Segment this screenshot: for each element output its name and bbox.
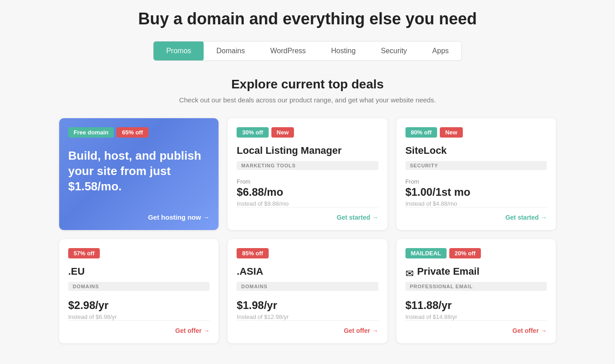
email-price: $11.88/yr xyxy=(405,299,547,312)
eu-domain-cta[interactable]: Get offer → xyxy=(175,327,210,334)
card-hero: Free domain 65% off Build, host, and pub… xyxy=(59,118,219,230)
sitelock-name: SiteLock xyxy=(405,145,547,157)
badge-65-off: 65% off xyxy=(116,127,148,138)
tab-hosting[interactable]: Hosting xyxy=(318,41,368,60)
badge-new-local: New xyxy=(271,127,294,138)
email-instead: Instead of $14.88/yr xyxy=(405,313,547,320)
tab-apps[interactable]: Apps xyxy=(419,41,461,60)
hero-title: Build, host, and publish your site from … xyxy=(68,148,210,194)
tab-security[interactable]: Security xyxy=(368,41,420,60)
local-listing-instead: Instead of $9.88/mo xyxy=(237,200,378,207)
asia-domain-cta[interactable]: Get offer → xyxy=(344,327,378,334)
card-sitelock: 80% off New SiteLock SECURITY From $1.00… xyxy=(396,118,556,230)
eu-domain-name: .EU xyxy=(68,266,210,277)
badge-30-off: 30% off xyxy=(237,127,268,138)
card-private-email: MAILDEAL 20% off ✉ Private Email PROFESS… xyxy=(396,239,556,343)
badge-85-off: 85% off xyxy=(237,248,268,258)
hero-badges: Free domain 65% off xyxy=(68,127,210,138)
asia-domain-category: DOMAINS xyxy=(237,282,378,291)
eu-domain-instead: Instead of $6.98/yr xyxy=(68,313,210,320)
local-listing-from: From xyxy=(237,178,378,185)
section-title: Explore current top deals xyxy=(231,77,384,92)
email-name-row: ✉ Private Email xyxy=(405,266,547,282)
sitelock-price: $1.00/1st mo xyxy=(405,186,547,198)
email-badges: MAILDEAL 20% off xyxy=(405,248,547,258)
card-asia-domain: 85% off .ASIA DOMAINS $1.98/yr Instead o… xyxy=(228,239,387,343)
sitelock-category: SECURITY xyxy=(405,161,547,170)
hero-cta-button[interactable]: Get hosting now → xyxy=(68,213,210,221)
eu-badges: 57% off xyxy=(68,248,210,258)
asia-domain-footer: Get offer → xyxy=(237,320,378,334)
sitelock-cta[interactable]: Get started → xyxy=(505,214,547,221)
eu-domain-price: $2.98/yr xyxy=(68,299,210,312)
email-category: PROFESSIONAL EMAIL xyxy=(405,282,547,291)
tab-domains[interactable]: Domains xyxy=(204,41,257,60)
email-footer: Get offer → xyxy=(405,320,547,334)
eu-domain-category: DOMAINS xyxy=(68,282,210,291)
tabs-nav: Promos Domains WordPress Hosting Securit… xyxy=(153,41,462,61)
local-listing-category: MARKETING TOOLS xyxy=(237,161,378,170)
sitelock-from: From xyxy=(405,178,547,185)
card-local-listing: 30% off New Local Listing Manager MARKET… xyxy=(228,118,387,230)
badge-maildeal: MAILDEAL xyxy=(405,248,447,258)
badge-20-off: 20% off xyxy=(449,248,481,258)
local-listing-cta[interactable]: Get started → xyxy=(337,214,378,221)
email-name: Private Email xyxy=(417,266,480,277)
badge-new-sitelock: New xyxy=(440,127,463,138)
badge-80-off: 80% off xyxy=(405,127,437,138)
asia-domain-name: .ASIA xyxy=(237,266,378,277)
local-listing-badges: 30% off New xyxy=(237,127,378,138)
badge-free-domain: Free domain xyxy=(68,127,114,138)
tab-wordpress[interactable]: WordPress xyxy=(257,41,318,60)
asia-domain-price: $1.98/yr xyxy=(237,299,378,312)
eu-domain-footer: Get offer → xyxy=(68,320,210,334)
sitelock-badges: 80% off New xyxy=(405,127,547,138)
email-cta[interactable]: Get offer → xyxy=(512,327,547,334)
page-title: Buy a domain and everything else you nee… xyxy=(138,9,477,28)
asia-badges: 85% off xyxy=(237,248,378,258)
local-listing-price: $6.88/mo xyxy=(237,186,378,198)
section-subtitle: Check out our best deals across our prod… xyxy=(179,96,436,104)
local-listing-footer: Get started → xyxy=(237,207,378,221)
mail-icon: ✉ xyxy=(405,268,414,280)
sitelock-footer: Get started → xyxy=(405,207,547,221)
asia-domain-instead: Instead of $12.98/yr xyxy=(237,313,378,320)
tab-promos[interactable]: Promos xyxy=(154,41,204,60)
badge-57-off: 57% off xyxy=(68,248,100,258)
card-eu-domain: 57% off .EU DOMAINS $2.98/yr Instead of … xyxy=(59,239,219,343)
cards-grid: Free domain 65% off Build, host, and pub… xyxy=(59,118,556,343)
local-listing-name: Local Listing Manager xyxy=(237,145,378,157)
sitelock-instead: Instead of $4.88/mo xyxy=(405,200,547,207)
